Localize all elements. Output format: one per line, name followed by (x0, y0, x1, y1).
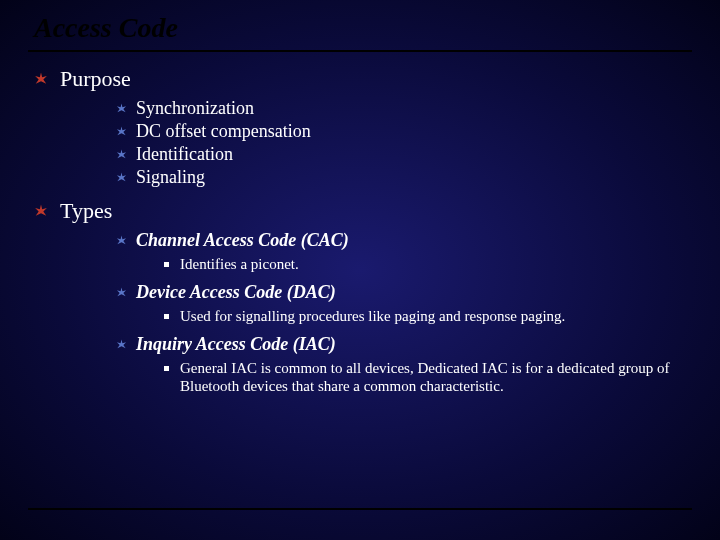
type-desc-item: General IAC is common to all devices, De… (164, 359, 686, 397)
item-text: DC offset compensation (136, 121, 311, 141)
star-icon (116, 149, 127, 160)
slide: Access Code Purpose Synchronization DC o… (0, 0, 720, 540)
square-icon (164, 314, 169, 319)
title-rule (28, 50, 692, 52)
star-icon (34, 204, 48, 218)
footer-rule (28, 508, 692, 510)
type-desc: Identifies a piconet. (180, 256, 299, 272)
star-icon (116, 172, 127, 183)
star-icon (34, 72, 48, 86)
slide-title: Access Code (34, 12, 692, 44)
type-desc: Used for signalling procedures like pagi… (180, 308, 565, 324)
list-item: Signaling (116, 167, 686, 188)
svg-marker-5 (35, 205, 47, 216)
section-heading: Purpose (60, 66, 131, 91)
section-types: Types Channel Access Code (CAC) Identifi… (34, 198, 686, 396)
svg-marker-3 (117, 149, 126, 158)
type-desc-item: Identifies a piconet. (164, 255, 686, 274)
item-text: Signaling (136, 167, 205, 187)
list-item: Identification (116, 144, 686, 165)
star-icon (116, 339, 127, 350)
star-icon (116, 235, 127, 246)
svg-marker-2 (117, 126, 126, 135)
type-name: Device Access Code (DAC) (136, 282, 336, 302)
type-name: Inquiry Access Code (IAC) (136, 334, 336, 354)
list-item: DC offset compensation (116, 121, 686, 142)
svg-marker-0 (35, 73, 47, 84)
square-icon (164, 366, 169, 371)
content: Purpose Synchronization DC offset compen… (28, 66, 692, 396)
type-desc: General IAC is common to all devices, De… (180, 360, 669, 395)
section-purpose: Purpose Synchronization DC offset compen… (34, 66, 686, 188)
type-desc-item: Used for signalling procedures like pagi… (164, 307, 686, 326)
type-cac: Channel Access Code (CAC) Identifies a p… (116, 230, 686, 274)
svg-marker-1 (117, 103, 126, 112)
type-name: Channel Access Code (CAC) (136, 230, 349, 250)
type-dac: Device Access Code (DAC) Used for signal… (116, 282, 686, 326)
star-icon (116, 126, 127, 137)
svg-marker-6 (117, 235, 126, 244)
type-iac: Inquiry Access Code (IAC) General IAC is… (116, 334, 686, 397)
item-text: Synchronization (136, 98, 254, 118)
section-heading: Types (60, 198, 112, 223)
list-item: Synchronization (116, 98, 686, 119)
svg-marker-4 (117, 172, 126, 181)
svg-marker-8 (117, 339, 126, 348)
square-icon (164, 262, 169, 267)
star-icon (116, 103, 127, 114)
star-icon (116, 287, 127, 298)
svg-marker-7 (117, 287, 126, 296)
item-text: Identification (136, 144, 233, 164)
